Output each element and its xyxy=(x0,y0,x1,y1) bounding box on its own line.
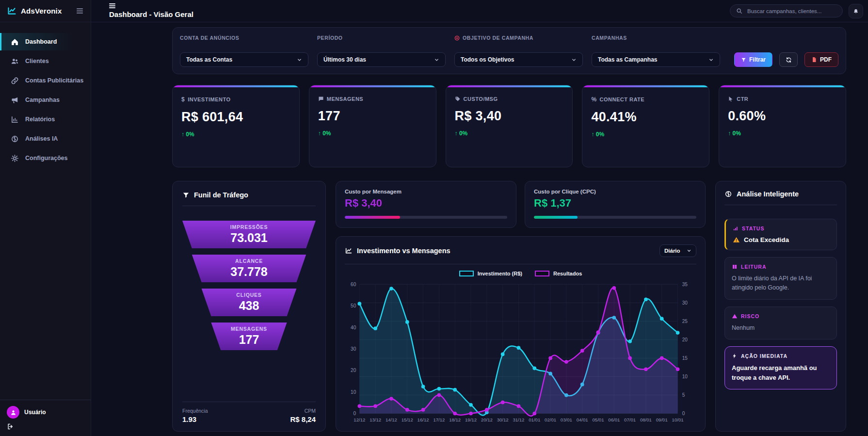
sidebar-item-configuracoes[interactable]: Configurações xyxy=(0,149,86,167)
select-value: Diário xyxy=(664,248,680,254)
kpi-card-investimento: $ INVESTIMENTO R$ 601,64 ↑ 0% xyxy=(172,85,300,167)
insight-status-text: Cota Excedida xyxy=(733,236,830,243)
progress-fill xyxy=(345,216,400,219)
sidebar-item-label: Relatórios xyxy=(25,116,55,123)
sidebar-item-clientes[interactable]: Clientes xyxy=(0,52,86,70)
svg-text:50: 50 xyxy=(351,303,356,308)
sidebar-item-label: Análises IA xyxy=(25,135,58,142)
insight-label: AÇÃO IMEDIATA xyxy=(732,353,830,359)
select-value: Todas as Contas xyxy=(186,56,232,63)
progress-track xyxy=(534,216,696,219)
stage-label: MENSAGENS xyxy=(231,326,267,332)
kpi-delta: ↑ 0% xyxy=(728,130,837,137)
legend-swatch xyxy=(459,271,474,276)
period-granularity-select[interactable]: Diário xyxy=(659,244,696,257)
select-value: Todos os Objetivos xyxy=(461,56,514,63)
kpi-label: $ INVESTIMENTO xyxy=(181,96,290,103)
insight-label: RISCO xyxy=(732,313,830,319)
stage-value: 177 xyxy=(239,333,259,347)
filter-label: OBJETIVO DE CAMPANHA xyxy=(454,35,583,41)
chevron-down-icon xyxy=(434,57,439,63)
filter-label: PERÍODO xyxy=(317,35,446,41)
stage-value: 73.031 xyxy=(230,231,267,245)
kpi-delta: ↑ 0% xyxy=(591,131,700,138)
funnel-stage-alcance: ALCANCE 37.778 xyxy=(182,255,316,282)
user-name: Usuário xyxy=(24,409,46,416)
sidebar-nav: Dashboard Clientes Contas Publicitárias … xyxy=(0,22,91,400)
filter-label: CONTA DE ANÚNCIOS xyxy=(180,35,308,41)
gear-icon xyxy=(11,154,19,162)
content-menu-icon[interactable] xyxy=(109,3,115,8)
search-bar[interactable] xyxy=(730,4,843,17)
svg-text:06/01: 06/01 xyxy=(608,417,620,422)
cost-row: Custo por Mensagem R$ 3,40 Custo por Cli… xyxy=(336,181,706,228)
megaphone-icon xyxy=(11,96,19,104)
insight-card-leitura: LEITURA O limite diário da API de IA foi… xyxy=(724,257,837,300)
periodo-select[interactable]: Últimos 30 dias xyxy=(317,52,446,67)
chevron-down-icon xyxy=(571,57,577,63)
insight-text: Aguarde recarga amanhã ou troque a chave… xyxy=(732,363,830,383)
campanhas-select[interactable]: Todas as Campanhas xyxy=(592,52,720,67)
funnel-stage-mensagens: MENSAGENS 177 xyxy=(182,323,316,350)
kpi-label: CTR xyxy=(728,96,837,102)
refresh-button[interactable] xyxy=(779,52,798,67)
kpi-label: % CONNECT RATE xyxy=(591,96,700,103)
sidebar-item-contas-publicitarias[interactable]: Contas Publicitárias xyxy=(0,72,86,89)
svg-text:25: 25 xyxy=(682,319,688,324)
avatar[interactable] xyxy=(7,406,19,419)
topbar: Dashboard - Visão Geral xyxy=(91,0,868,22)
svg-text:17/12: 17/12 xyxy=(433,417,445,422)
legend-item-investimento[interactable]: Investimento (R$) xyxy=(459,271,522,276)
objetivo-select[interactable]: Todos os Objetivos xyxy=(454,52,583,67)
metric-value: R$ 8,24 xyxy=(290,415,316,423)
sidebar-item-label: Contas Publicitárias xyxy=(25,77,83,84)
chart-header: Investimento vs Mensagens Diário xyxy=(345,244,696,257)
kpi-row: $ INVESTIMENTO R$ 601,64 ↑ 0% MENSAGENS … xyxy=(172,85,846,167)
line-chart: 05101520253035010203040506012/1213/1214/… xyxy=(345,278,696,426)
sidebar-item-analises-ia[interactable]: Análises IA xyxy=(0,130,86,147)
insights-panel: Análise Inteligente STATUS Cota Excedida xyxy=(715,181,846,432)
select-value: Todas as Campanhas xyxy=(598,56,657,63)
sidebar-item-relatorios[interactable]: Relatórios xyxy=(0,111,86,128)
filtrar-button[interactable]: Filtrar xyxy=(734,52,772,67)
sidebar: AdsVeronix Dashboard Clientes Contas Pub… xyxy=(0,0,91,436)
cost-card-cpc: Custo por Clique (CPC) R$ 1,37 xyxy=(525,181,706,228)
sidebar-item-campanhas[interactable]: Campanhas xyxy=(0,91,86,109)
kpi-card-ctr: CTR 0.60% ↑ 0% xyxy=(719,85,846,167)
cost-value: R$ 3,40 xyxy=(345,197,507,210)
cost-value: R$ 1,37 xyxy=(534,197,696,210)
conta-select[interactable]: Todas as Contas xyxy=(180,52,308,67)
logout-icon[interactable] xyxy=(7,423,14,430)
svg-text:20/12: 20/12 xyxy=(481,417,493,422)
kpi-value: R$ 601,64 xyxy=(181,110,290,125)
kpi-value: 40.41% xyxy=(591,110,700,125)
filter-field-periodo: PERÍODO Últimos 30 dias xyxy=(317,35,446,67)
bolt-icon xyxy=(732,353,738,359)
funnel-icon xyxy=(741,57,746,63)
sidebar-item-dashboard[interactable]: Dashboard xyxy=(0,33,86,50)
svg-text:30: 30 xyxy=(682,300,688,306)
svg-text:20: 20 xyxy=(351,368,356,373)
cursor-icon xyxy=(728,96,734,102)
svg-text:15/12: 15/12 xyxy=(402,417,413,422)
svg-text:30/12: 30/12 xyxy=(497,417,509,422)
stage-value: 37.778 xyxy=(230,265,267,279)
sidebar-toggle-icon[interactable] xyxy=(76,7,84,15)
pdf-button[interactable]: PDF xyxy=(804,52,838,67)
legend-item-resultados[interactable]: Resultados xyxy=(535,271,582,276)
funnel-stage-impressoes: IMPRESSÕES 73.031 xyxy=(182,221,316,248)
sidebar-item-label: Clientes xyxy=(25,58,49,65)
book-icon xyxy=(732,264,738,270)
filter-bar: CONTA DE ANÚNCIOS Todas as Contas PERÍOD… xyxy=(172,27,846,74)
svg-text:08/01: 08/01 xyxy=(640,417,652,422)
insight-label: LEITURA xyxy=(732,264,830,270)
svg-text:16/12: 16/12 xyxy=(418,417,429,422)
notifications-button[interactable] xyxy=(849,4,863,18)
search-input[interactable] xyxy=(746,8,836,15)
kpi-delta: ↑ 0% xyxy=(455,130,564,137)
funnel-footer: Frequência 1.93 CPM R$ 8,24 xyxy=(182,402,316,423)
chart-legend: Investimento (R$) Resultados xyxy=(345,271,696,276)
funnel-icon xyxy=(182,192,190,199)
user-profile[interactable]: Usuário xyxy=(7,406,84,419)
kpi-value: 177 xyxy=(318,109,427,124)
